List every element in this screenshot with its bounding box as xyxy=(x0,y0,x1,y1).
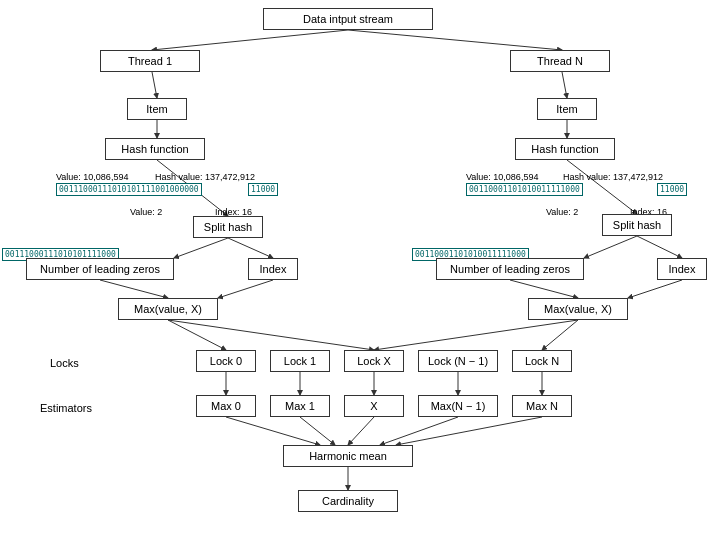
max1-box: Max(value, X) xyxy=(118,298,218,320)
leadingN-label: Number of leading zeros xyxy=(450,263,570,275)
svg-line-8 xyxy=(174,238,228,258)
itemN-label: Item xyxy=(556,103,577,115)
lockN-box: Lock N xyxy=(512,350,572,372)
split1-box: Split hash xyxy=(193,216,263,238)
lockN1-label: Lock (N − 1) xyxy=(428,355,488,367)
svg-line-1 xyxy=(348,30,562,50)
svg-line-12 xyxy=(100,280,168,298)
maxN1e-label: Max(N − 1) xyxy=(431,400,486,412)
max0e-label: Max 0 xyxy=(211,400,241,412)
svg-line-2 xyxy=(152,72,157,98)
threadN-box: Thread N xyxy=(510,50,610,72)
data-input-box: Data intput stream xyxy=(263,8,433,30)
svg-line-25 xyxy=(226,417,320,445)
index1-label: Index xyxy=(260,263,287,275)
binary1-left: 00111000111010101111001000000 xyxy=(56,183,202,196)
binaryN-left: 00110001101010011111000 xyxy=(466,183,583,196)
hash1-value-label: Hash value: 137,472,912 xyxy=(155,172,255,182)
max0e-box: Max 0 xyxy=(196,395,256,417)
binary1-right: 11000 xyxy=(248,183,278,196)
valN-label: Value: 2 xyxy=(546,207,578,217)
index1-box: Index xyxy=(248,258,298,280)
thread1-label: Thread 1 xyxy=(128,55,172,67)
svg-line-28 xyxy=(380,417,458,445)
Xe-box: X xyxy=(344,395,404,417)
cardinality-label: Cardinality xyxy=(322,495,374,507)
estimators-label: Estimators xyxy=(40,402,92,414)
valueN-label: Value: 10,086,594 xyxy=(466,172,538,182)
thread1-box: Thread 1 xyxy=(100,50,200,72)
max1e-label: Max 1 xyxy=(285,400,315,412)
svg-line-16 xyxy=(168,320,226,350)
svg-line-0 xyxy=(152,30,348,50)
svg-line-19 xyxy=(542,320,578,350)
svg-line-26 xyxy=(300,417,335,445)
binaryN-right: 11000 xyxy=(657,183,687,196)
svg-line-18 xyxy=(374,320,578,350)
harmonic-box: Harmonic mean xyxy=(283,445,413,467)
lockN-label: Lock N xyxy=(525,355,559,367)
item1-label: Item xyxy=(146,103,167,115)
splitN-box: Split hash xyxy=(602,214,672,236)
maxNe-box: Max N xyxy=(512,395,572,417)
maxN-label: Max(value, X) xyxy=(544,303,612,315)
lockX-label: Lock X xyxy=(357,355,391,367)
hashN-label: Hash function xyxy=(531,143,598,155)
split1-label: Split hash xyxy=(204,221,252,233)
Xe-label: X xyxy=(370,400,377,412)
maxNe-label: Max N xyxy=(526,400,558,412)
svg-line-17 xyxy=(168,320,374,350)
item1-box: Item xyxy=(127,98,187,120)
svg-line-10 xyxy=(584,236,637,258)
diagram: Data intput stream Thread 1 Thread N Ite… xyxy=(0,0,726,558)
lockX-box: Lock X xyxy=(344,350,404,372)
maxN1e-box: Max(N − 1) xyxy=(418,395,498,417)
itemN-box: Item xyxy=(537,98,597,120)
leading1-box: Number of leading zeros xyxy=(26,258,174,280)
svg-line-27 xyxy=(348,417,374,445)
hash1-label: Hash function xyxy=(121,143,188,155)
leading1-label: Number of leading zeros xyxy=(40,263,160,275)
lockN1-box: Lock (N − 1) xyxy=(418,350,498,372)
svg-line-15 xyxy=(628,280,682,298)
svg-line-14 xyxy=(510,280,578,298)
hash1-box: Hash function xyxy=(105,138,205,160)
indexN-box: Index xyxy=(657,258,707,280)
svg-line-29 xyxy=(396,417,542,445)
svg-line-13 xyxy=(218,280,273,298)
threadN-label: Thread N xyxy=(537,55,583,67)
indexN-label: Index xyxy=(669,263,696,275)
lock1-label: Lock 1 xyxy=(284,355,316,367)
cardinality-box: Cardinality xyxy=(298,490,398,512)
splitN-label: Split hash xyxy=(613,219,661,231)
maxN-box: Max(value, X) xyxy=(528,298,628,320)
lock1-box: Lock 1 xyxy=(270,350,330,372)
value1-label: Value: 10,086,594 xyxy=(56,172,128,182)
max1e-box: Max 1 xyxy=(270,395,330,417)
lock0-label: Lock 0 xyxy=(210,355,242,367)
hashN-box: Hash function xyxy=(515,138,615,160)
data-input-label: Data intput stream xyxy=(303,13,393,25)
svg-line-9 xyxy=(228,238,273,258)
val1-label: Value: 2 xyxy=(130,207,162,217)
lock0-box: Lock 0 xyxy=(196,350,256,372)
locks-label: Locks xyxy=(50,357,79,369)
svg-line-4 xyxy=(562,72,567,98)
max1-label: Max(value, X) xyxy=(134,303,202,315)
harmonic-label: Harmonic mean xyxy=(309,450,387,462)
leadingN-box: Number of leading zeros xyxy=(436,258,584,280)
svg-line-11 xyxy=(637,236,682,258)
hashN-value-label: Hash value: 137,472,912 xyxy=(563,172,663,182)
